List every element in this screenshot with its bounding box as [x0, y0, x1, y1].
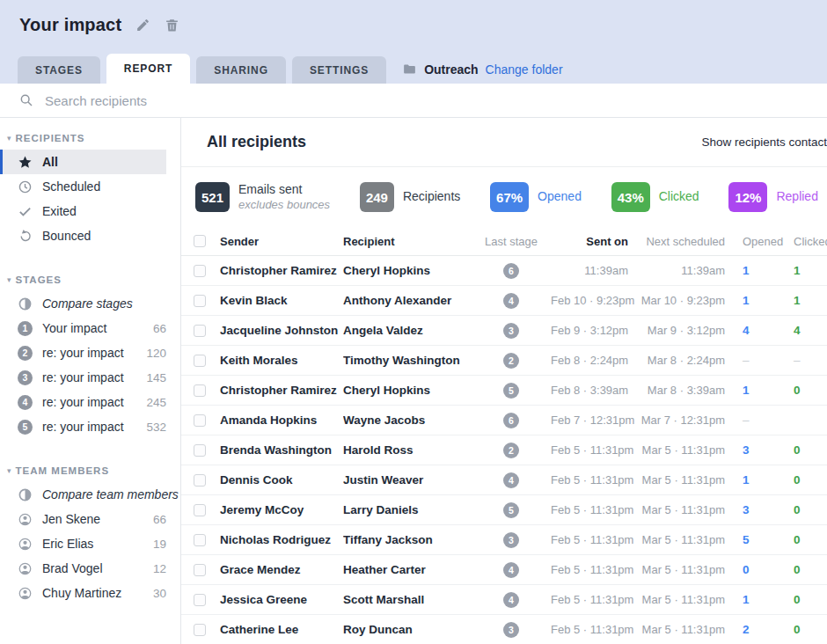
row-checkbox[interactable]: [194, 594, 206, 606]
clicked-cell: 0: [788, 443, 827, 457]
section-header[interactable]: ▾ RECIPIENTS: [0, 128, 180, 150]
sidebar-item-all[interactable]: All: [0, 150, 166, 174]
change-folder-link[interactable]: Change folder: [486, 62, 563, 77]
table-row[interactable]: Nicholas Rodriguez Tiffany Jackson 3 Feb…: [181, 525, 827, 555]
sidebar-section-stages: ▾ STAGES Compare stages 1 Your impact 66…: [0, 270, 180, 439]
sender-cell: Jeremy McCoy: [220, 503, 343, 516]
opened-cell: 5: [737, 533, 788, 546]
sidebar-item-exited[interactable]: Exited: [0, 199, 166, 223]
row-checkbox[interactable]: [194, 355, 206, 367]
sidebar-item-re-your-impact[interactable]: 3 re: your impact 145: [0, 365, 166, 390]
stat-label: Clicked: [659, 189, 699, 205]
last-stage-cell: 6: [472, 263, 551, 279]
last-stage-cell: 3: [472, 323, 551, 339]
sender-cell: Christopher Ramirez: [220, 384, 343, 397]
clicked-cell: 1: [788, 264, 827, 277]
row-checkbox[interactable]: [194, 295, 206, 307]
sidebar-item-label: All: [42, 155, 58, 169]
row-checkbox[interactable]: [194, 534, 206, 546]
sidebar-item-bounced[interactable]: Bounced: [0, 223, 166, 248]
show-recipients-contacted-link[interactable]: Show recipients contact: [701, 135, 827, 149]
column-header-last-stage[interactable]: Last stage: [472, 235, 551, 248]
stat-replied[interactable]: 12% Replied: [728, 182, 818, 212]
row-checkbox[interactable]: [194, 474, 206, 487]
column-header-sender[interactable]: Sender: [220, 235, 343, 248]
sidebar-item-jen-skene[interactable]: Jen Skene 66: [0, 507, 166, 531]
sidebar-item-brad-vogel[interactable]: Brad Vogel 12: [0, 556, 166, 581]
tab-stages[interactable]: STAGES: [18, 56, 100, 84]
row-checkbox[interactable]: [194, 384, 206, 397]
table-row[interactable]: Catherine Lee Roy Duncan 3 Feb 5 · 11:31…: [181, 615, 827, 644]
table-row[interactable]: Kevin Black Anthony Alexander 4 Feb 10 ·…: [181, 286, 827, 316]
sidebar-item-label: Chuy Martinez: [42, 586, 121, 600]
row-checkbox[interactable]: [194, 624, 206, 636]
main-header: All recipients Show recipients contact: [181, 118, 827, 167]
column-header-recipient[interactable]: Recipient: [343, 235, 472, 248]
sidebar-item-compare-stages[interactable]: Compare stages: [0, 291, 166, 316]
stat-clicked[interactable]: 43% Clicked: [611, 182, 699, 212]
table-row[interactable]: Jessica Greene Scott Marshall 4 Feb 5 · …: [181, 585, 827, 615]
stat-emails-sent[interactable]: 521 Emails sent excludes bounces: [195, 182, 330, 212]
opened-cell: 1: [737, 593, 788, 606]
sidebar-item-count: 532: [146, 421, 166, 434]
column-header-next-scheduled[interactable]: Next scheduled: [639, 235, 737, 248]
next-scheduled-cell: Mar 5 · 11:31pm: [639, 533, 737, 546]
table-row[interactable]: Keith Morales Timothy Washington 2 Feb 8…: [181, 346, 827, 376]
column-header-opened[interactable]: Opened: [737, 235, 788, 248]
sidebar-item-re-your-impact[interactable]: 2 re: your impact 120: [0, 340, 166, 365]
sidebar-item-re-your-impact[interactable]: 4 re: your impact 245: [0, 390, 166, 414]
sidebar-item-eric-elias[interactable]: Eric Elias 19: [0, 531, 166, 556]
next-scheduled-cell: Mar 9 · 3:12pm: [639, 324, 737, 337]
recipient-cell: Heather Carter: [343, 563, 472, 576]
stat-value-badge: 521: [195, 182, 230, 212]
row-checkbox[interactable]: [194, 564, 206, 576]
table-row[interactable]: Christopher Ramirez Cheryl Hopkins 5 Feb…: [181, 376, 827, 406]
next-scheduled-cell: Mar 5 · 11:31pm: [639, 503, 737, 516]
next-scheduled-cell: Mar 10 · 9:23pm: [639, 294, 737, 307]
table-row[interactable]: Christopher Ramirez Cheryl Hopkins 6 11:…: [181, 256, 827, 286]
sidebar-item-compare-team-members[interactable]: Compare team members: [0, 482, 166, 507]
sidebar-section-recipients: ▾ RECIPIENTS All Scheduled Exited Bounce…: [0, 128, 180, 248]
stage-badge: 2: [503, 443, 519, 458]
table-row[interactable]: Dennis Cook Justin Weaver 4 Feb 5 · 11:3…: [181, 465, 827, 495]
tab-bar: STAGESREPORTSHARINGSETTINGS Outreach Cha…: [0, 49, 827, 84]
stat-opened[interactable]: 67% Opened: [490, 182, 582, 212]
table-row[interactable]: Brenda Washington Harold Ross 2 Feb 5 · …: [181, 435, 827, 465]
stat-value-badge: 67%: [490, 182, 529, 212]
sent-on-cell: Feb 5 · 11:31pm: [551, 443, 639, 457]
row-checkbox[interactable]: [194, 444, 206, 457]
column-header-clicked[interactable]: Clicked: [788, 235, 827, 248]
tab-settings[interactable]: SETTINGS: [292, 56, 386, 84]
search-icon: [19, 93, 33, 107]
stat-recipients[interactable]: 249 Recipients: [360, 182, 460, 212]
search-input[interactable]: [45, 93, 326, 108]
sidebar-item-chuy-martinez[interactable]: Chuy Martinez 30: [0, 581, 166, 605]
row-checkbox[interactable]: [194, 414, 206, 427]
opened-cell: 1: [737, 473, 788, 487]
recipient-cell: Larry Daniels: [343, 503, 472, 516]
row-checkbox[interactable]: [194, 504, 206, 516]
tab-report[interactable]: REPORT: [106, 54, 190, 84]
clicked-cell: 0: [788, 533, 827, 546]
tab-sharing[interactable]: SHARING: [196, 56, 286, 84]
sidebar-item-scheduled[interactable]: Scheduled: [0, 174, 166, 199]
sent-on-cell: Feb 9 · 3:12pm: [551, 324, 639, 337]
select-all-checkbox[interactable]: [194, 235, 206, 247]
chevron-down-icon: ▾: [7, 135, 11, 143]
column-header-sent-on[interactable]: Sent on: [551, 235, 639, 248]
sidebar-item-your-impact[interactable]: 1 Your impact 66: [0, 316, 166, 340]
table-row[interactable]: Jeremy McCoy Larry Daniels 5 Feb 5 · 11:…: [181, 495, 827, 525]
sidebar-item-re-your-impact[interactable]: 5 re: your impact 532: [0, 414, 166, 439]
section-header[interactable]: ▾ TEAM MEMBERS: [0, 461, 180, 482]
stage-badge: 4: [503, 472, 519, 488]
trash-icon[interactable]: [165, 18, 179, 33]
row-checkbox[interactable]: [194, 325, 206, 337]
pencil-icon[interactable]: [135, 18, 150, 33]
section-header[interactable]: ▾ STAGES: [0, 270, 180, 291]
row-checkbox[interactable]: [194, 265, 206, 277]
table-row[interactable]: Grace Mendez Heather Carter 4 Feb 5 · 11…: [181, 555, 827, 585]
table-row[interactable]: Amanda Hopkins Wayne Jacobs 6 Feb 7 · 12…: [181, 406, 827, 435]
recipient-cell: Anthony Alexander: [343, 294, 472, 307]
table-row[interactable]: Jacqueline Johnston Angela Valdez 3 Feb …: [181, 316, 827, 346]
person-icon: [18, 512, 33, 527]
